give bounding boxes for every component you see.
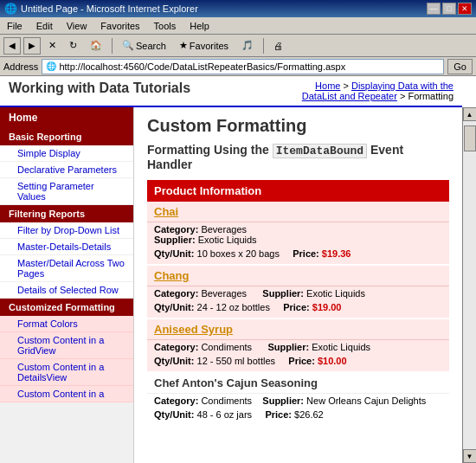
- sidebar-home[interactable]: Home: [0, 107, 133, 128]
- menu-favorites[interactable]: Favorites: [97, 19, 143, 33]
- sidebar-item-filter-dropdown[interactable]: Filter by Drop-Down List: [0, 222, 133, 239]
- sidebar-section-filtering-reports[interactable]: Filtering Reports: [0, 205, 133, 222]
- supplier-chang: Exotic Liquids: [306, 288, 365, 299]
- product-name-chai: Chai: [154, 205, 178, 218]
- category-label-aniseed: Category:: [154, 342, 198, 352]
- qty-label-aniseed: Qty/Unit:: [154, 356, 194, 366]
- back-button[interactable]: ◀: [3, 37, 21, 55]
- subtitle-code: ItemDataBound: [273, 144, 367, 158]
- separator-1: [112, 38, 113, 54]
- content-subtitle: Formatting Using the ItemDataBound Event…: [147, 143, 449, 171]
- price-label-chang: Price:: [283, 302, 310, 312]
- sidebar-item-master-details[interactable]: Master-Details-Details: [0, 239, 133, 255]
- price-chang: $19.00: [312, 302, 342, 312]
- scrollbar[interactable]: ▲ ▼: [462, 107, 476, 463]
- address-label: Address: [3, 61, 38, 72]
- table-row: Qty/Unit: 12 - 550 ml bottles Price: $10…: [147, 354, 449, 372]
- title-bar: 🌐 Untitled Page - Microsoft Internet Exp…: [0, 0, 476, 17]
- price-label-chai: Price:: [293, 248, 319, 259]
- table-row: Qty/Unit: 48 - 6 oz jars Price: $26.62: [147, 408, 449, 425]
- qty-label-chef: Qty/Unit:: [154, 409, 194, 420]
- price-chai: $19.36: [322, 248, 351, 259]
- product-name-aniseed: Aniseed Syrup: [154, 323, 233, 336]
- subtitle-prefix: Formatting Using the: [147, 143, 269, 157]
- go-button[interactable]: Go: [447, 59, 473, 74]
- search-button[interactable]: 🔍 Search: [117, 36, 171, 55]
- favorites-button[interactable]: ★ Favorites: [174, 36, 234, 55]
- sidebar: Home Basic Reporting Simple Display Decl…: [0, 107, 134, 463]
- menu-edit[interactable]: Edit: [33, 19, 56, 33]
- breadcrumb-home[interactable]: Home: [315, 80, 340, 91]
- title-bar-left: 🌐 Untitled Page - Microsoft Internet Exp…: [4, 3, 198, 15]
- title-bar-buttons[interactable]: — □ ✕: [427, 3, 472, 15]
- category-label-chef: Category:: [154, 395, 198, 406]
- table-row: Qty/Unit: 24 - 12 oz bottles Price: $19.…: [147, 300, 449, 318]
- close-button[interactable]: ✕: [458, 3, 472, 15]
- supplier-label-chai: Supplier:: [154, 235, 196, 245]
- sidebar-item-custom-content-other[interactable]: Custom Content in a: [0, 386, 133, 402]
- product-table: Product Information Chai Category: Bever…: [147, 180, 449, 425]
- qty-label-chang: Qty/Unit:: [154, 302, 194, 312]
- table-row: Category: Beverages Supplier: Exotic Liq…: [147, 286, 449, 301]
- sidebar-item-master-detail-across[interactable]: Master/Detail Across Two Pages: [0, 255, 133, 282]
- stop-button[interactable]: ✕: [43, 36, 61, 55]
- scroll-track[interactable]: [463, 121, 476, 449]
- media-button[interactable]: 🎵: [236, 36, 259, 55]
- main-content: Custom Formatting Formatting Using the I…: [134, 107, 462, 463]
- category-chai: Beverages: [201, 224, 247, 235]
- table-row: Chai: [147, 202, 449, 222]
- category-aniseed: Condiments: [201, 342, 252, 352]
- supplier-chai: Exotic Liquids: [198, 235, 257, 245]
- forward-button[interactable]: ▶: [23, 37, 41, 55]
- qty-label-chai: Qty/Unit:: [154, 248, 194, 259]
- main-container: Working with Data Tutorials Home > Displ…: [0, 76, 476, 463]
- supplier-label-aniseed: Supplier:: [267, 342, 309, 352]
- page-icon: 🌐: [46, 61, 56, 71]
- refresh-button[interactable]: ↻: [64, 36, 82, 55]
- menu-bar: File Edit View Favorites Tools Help: [0, 17, 476, 35]
- product-name-chef-anton: Chef Anton's Cajun Seasoning: [154, 376, 318, 389]
- category-chang: Beverages: [201, 288, 247, 299]
- qty-chef: 48 - 6 oz jars: [197, 409, 253, 420]
- sidebar-item-custom-content-gridview[interactable]: Custom Content in a GridView: [0, 332, 133, 359]
- scroll-thumb[interactable]: [464, 125, 476, 151]
- maximize-button[interactable]: □: [442, 3, 456, 15]
- home-button[interactable]: 🏠: [85, 36, 107, 55]
- menu-tools[interactable]: Tools: [151, 19, 180, 33]
- category-chef: Condiments: [201, 395, 252, 406]
- table-row: Chang: [147, 265, 449, 286]
- separator-2: [263, 38, 264, 54]
- breadcrumb-current: Formatting: [408, 91, 453, 101]
- price-aniseed: $10.00: [318, 356, 347, 366]
- address-bar: Address 🌐 http://localhost:4560/Code/Dat…: [0, 57, 476, 76]
- sidebar-item-custom-content-detailsview[interactable]: Custom Content in a DetailsView: [0, 359, 133, 386]
- sidebar-section-basic-reporting[interactable]: Basic Reporting: [0, 128, 133, 145]
- table-header: Product Information: [147, 180, 449, 202]
- ie-icon: 🌐: [4, 3, 17, 15]
- supplier-label-chang: Supplier:: [262, 288, 304, 299]
- sidebar-item-format-colors[interactable]: Format Colors: [0, 316, 133, 332]
- table-row: Chef Anton's Cajun Seasoning: [147, 372, 449, 394]
- toolbar: ◀ ▶ ✕ ↻ 🏠 🔍 Search ★ Favorites 🎵 🖨: [0, 35, 476, 57]
- scroll-down-button[interactable]: ▼: [463, 449, 477, 463]
- scroll-up-button[interactable]: ▲: [463, 107, 477, 121]
- sidebar-item-setting-parameter-values[interactable]: Setting Parameter Values: [0, 178, 133, 205]
- menu-view[interactable]: View: [63, 19, 91, 33]
- qty-chang: 24 - 12 oz bottles: [197, 302, 270, 312]
- qty-aniseed: 12 - 550 ml bottles: [197, 356, 276, 366]
- sidebar-item-details-selected-row[interactable]: Details of Selected Row: [0, 282, 133, 299]
- menu-file[interactable]: File: [3, 19, 26, 33]
- address-input-container[interactable]: 🌐 http://localhost:4560/Code/DataListRep…: [42, 59, 444, 74]
- sidebar-item-declarative-parameters[interactable]: Declarative Parameters: [0, 162, 133, 178]
- sidebar-item-simple-display[interactable]: Simple Display: [0, 145, 133, 162]
- print-button[interactable]: 🖨: [268, 36, 288, 55]
- table-row: Aniseed Syrup: [147, 318, 449, 340]
- content-area: Working with Data Tutorials Home > Displ…: [0, 76, 476, 463]
- table-row: Category: Beverages Supplier: Exotic Liq…: [147, 222, 449, 248]
- supplier-chef: New Orleans Cajun Delights: [306, 395, 426, 406]
- table-row: Category: Condiments Supplier: New Orlea…: [147, 394, 449, 408]
- sidebar-section-customized-formatting[interactable]: Customized Formatting: [0, 299, 133, 316]
- menu-help[interactable]: Help: [186, 19, 213, 33]
- qty-chai: 10 boxes x 20 bags: [197, 248, 280, 259]
- minimize-button[interactable]: —: [427, 3, 441, 15]
